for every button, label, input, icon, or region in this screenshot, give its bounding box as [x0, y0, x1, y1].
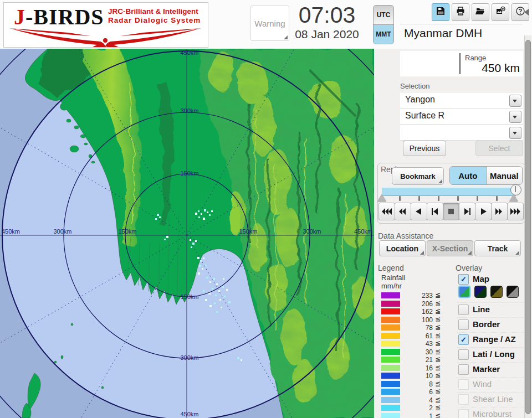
selection-dropdown-2[interactable]: [400, 125, 523, 141]
legend-color-swatch: [381, 413, 400, 418]
rain-cell: [228, 301, 231, 303]
legend-le-symbol: ≦: [435, 371, 441, 379]
rain-cell: [195, 213, 197, 215]
checkbox[interactable]: ✓: [458, 334, 469, 345]
mmt-button[interactable]: MMT: [374, 25, 393, 44]
site-title: Myanmar DMH: [404, 27, 482, 40]
playback-stop-button[interactable]: [443, 203, 459, 220]
overlay-item-label: Line: [473, 305, 490, 314]
warning-label: Warning: [254, 19, 285, 28]
radar-map-canvas: 450km 300km 150km 150km 300km 450km 450k…: [0, 49, 374, 418]
dropdown-arrow-button[interactable]: [509, 95, 521, 107]
overlay-item-wind: Wind: [457, 377, 530, 391]
auto-button[interactable]: Auto: [450, 167, 487, 184]
panel-scrollbar[interactable]: [524, 35, 531, 418]
rain-cell: [198, 272, 200, 275]
previous-button[interactable]: Previous: [403, 141, 446, 156]
playback-play-forward-button[interactable]: [475, 203, 492, 220]
dropdown-arrow-button[interactable]: [509, 127, 521, 139]
rain-cell: [224, 296, 226, 297]
legend-title-2: mm/hr: [381, 282, 402, 290]
legend-row: 16≦: [381, 365, 453, 371]
overlay-item-label: Shear Line: [473, 394, 513, 404]
timeline-end-marker[interactable]: [509, 194, 518, 201]
selection-dropdowns: YangonSurface R: [400, 92, 523, 141]
legend-le-symbol: ≦: [435, 388, 441, 395]
range-label: Range: [465, 54, 486, 62]
replay-timeline-slider[interactable]: [382, 187, 516, 196]
utc-button[interactable]: UTC: [374, 6, 393, 25]
timeline-start-marker[interactable]: [377, 194, 386, 201]
playback-play-backward-button[interactable]: [411, 203, 427, 220]
legend-value: 10: [402, 372, 433, 380]
selection-dropdown-0[interactable]: Yangon: [400, 92, 523, 109]
map-style-swatch-1[interactable]: [458, 286, 470, 298]
rain-cell: [202, 268, 203, 270]
checkbox[interactable]: [458, 319, 469, 330]
panel-collapse-icon[interactable]: [524, 9, 529, 16]
save-button[interactable]: [432, 3, 449, 21]
legend-color-swatch: [381, 381, 400, 387]
legend-value: 162: [402, 308, 433, 316]
playback-step-forward-button[interactable]: [459, 203, 475, 220]
select-button[interactable]: Select: [475, 141, 523, 156]
legend-value: 233: [402, 292, 433, 300]
map-style-swatch-2[interactable]: [474, 286, 487, 298]
ring-label: 300km: [303, 228, 321, 235]
dropdown-arrow-button[interactable]: [509, 111, 521, 123]
timeline-tick: [496, 196, 498, 201]
radar-map[interactable]: 450km 300km 150km 150km 300km 450km 450k…: [0, 49, 374, 418]
overlay-item-label: Marker: [473, 364, 500, 374]
rain-cell: [221, 307, 222, 308]
ring-label: 300km: [180, 354, 198, 361]
print-button[interactable]: [452, 3, 469, 21]
rain-cell: [209, 305, 212, 307]
panel-divider: [400, 24, 522, 24]
legend-le-symbol: ≦: [435, 332, 441, 339]
open-folder-button[interactable]: [472, 3, 489, 21]
playback-rewind-button[interactable]: [395, 203, 411, 220]
checkbox: [458, 409, 469, 418]
track-button[interactable]: Track: [474, 240, 521, 256]
bookmark-label: Bookmark: [400, 172, 436, 180]
legend-value: 43: [402, 340, 433, 348]
overlay-item-lati-long: Lati / Long: [457, 347, 530, 361]
legend-title-1: Rainfall: [381, 273, 405, 282]
checkbox[interactable]: [458, 305, 469, 315]
legend-value: 2: [402, 404, 433, 412]
selection-dropdown-1[interactable]: Surface R: [400, 109, 523, 125]
overlay-item-range-az: ✓Range / AZ: [457, 332, 530, 346]
jbirds-app: J-BIRDS JRC-Brilliant & Intelligent Rada…: [0, 0, 532, 418]
x-section-button[interactable]: X-Section: [427, 240, 473, 256]
rain-cell: [198, 216, 200, 218]
checkbox[interactable]: ✓: [458, 274, 469, 285]
legend-le-symbol: ≦: [435, 323, 441, 331]
legend-value: 30: [402, 348, 433, 356]
legend-value: 4: [402, 396, 433, 404]
legend-le-symbol: ≦: [435, 339, 441, 347]
playback-forward-fast-button[interactable]: [507, 203, 524, 220]
bookmark-button[interactable]: Bookmark: [392, 167, 444, 185]
manual-button[interactable]: Manual: [487, 167, 523, 184]
checkbox[interactable]: [458, 364, 469, 375]
playback-rewind-fast-button[interactable]: [378, 203, 395, 220]
legend-color-swatch: [381, 397, 400, 403]
playback-forward-button[interactable]: [491, 203, 508, 220]
map-style-swatch-3[interactable]: [490, 286, 503, 298]
step-forward-icon: [461, 207, 473, 216]
add-capture-button[interactable]: [492, 3, 509, 21]
map-style-swatch-4[interactable]: [507, 286, 519, 298]
rain-cell: [218, 290, 220, 292]
ring-label: 450km: [354, 228, 372, 235]
toolbar: [432, 3, 529, 21]
checkbox[interactable]: [458, 349, 469, 360]
overlay-item-shear-line: Shear Line: [457, 392, 530, 406]
legend-color-swatch: [381, 317, 400, 323]
overlay-item-label: Lati / Long: [473, 349, 515, 359]
location-button[interactable]: Location: [379, 240, 426, 256]
rain-cell: [198, 210, 200, 212]
legend-le-symbol: ≦: [435, 380, 441, 388]
playback-step-backward-button[interactable]: [427, 203, 443, 220]
panel-scrollbar-thumb[interactable]: [525, 40, 531, 414]
legend-value: 100: [402, 316, 433, 324]
